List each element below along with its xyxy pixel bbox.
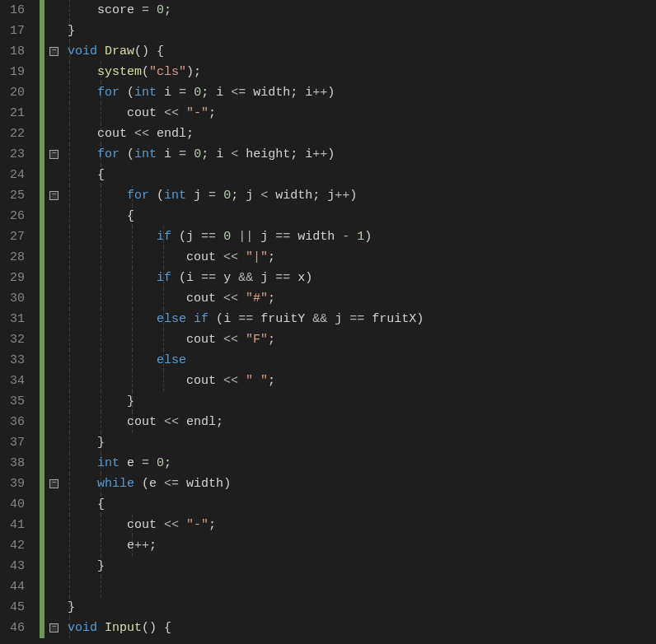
code-text: { bbox=[68, 209, 134, 223]
line-number: 27 bbox=[0, 226, 25, 247]
code-text: void Input() { bbox=[68, 621, 171, 635]
code-line[interactable]: cout << "#"; bbox=[68, 288, 656, 309]
fold-toggle-icon[interactable]: − bbox=[49, 623, 59, 632]
code-line[interactable]: if (j == 0 || j == width - 1) bbox=[68, 226, 656, 247]
line-number: 21 bbox=[0, 103, 25, 124]
code-line[interactable]: } bbox=[68, 597, 656, 618]
line-number: 41 bbox=[0, 515, 25, 535]
code-editor: 1617181920212223242526272829303132333435… bbox=[0, 0, 656, 644]
line-number: 19 bbox=[0, 62, 25, 82]
code-text: cout << "-"; bbox=[68, 518, 216, 532]
code-line[interactable]: cout << " "; bbox=[68, 371, 656, 391]
code-text: for (int j = 0; j < width; j++) bbox=[68, 189, 357, 203]
code-line[interactable]: } bbox=[68, 556, 656, 576]
line-number: 39 bbox=[0, 474, 25, 494]
code-text: void Draw() { bbox=[68, 44, 164, 58]
code-text: system("cls"); bbox=[68, 65, 201, 79]
code-text: { bbox=[68, 168, 105, 182]
code-text: while (e <= width) bbox=[68, 477, 231, 491]
code-line[interactable]: } bbox=[68, 432, 656, 453]
code-text: cout << " "; bbox=[68, 374, 275, 388]
line-number: 28 bbox=[0, 247, 25, 268]
code-area[interactable]: score = 0;}void Draw() { system("cls"); … bbox=[66, 0, 656, 644]
code-text: cout << "-"; bbox=[68, 106, 216, 120]
code-line[interactable]: e++; bbox=[68, 535, 656, 556]
code-line[interactable]: } bbox=[68, 391, 656, 412]
code-line[interactable]: cout << endl; bbox=[68, 412, 656, 432]
line-number: 36 bbox=[0, 412, 25, 432]
code-line[interactable]: { bbox=[68, 206, 656, 226]
line-number: 17 bbox=[0, 21, 25, 41]
code-line[interactable] bbox=[68, 576, 656, 597]
code-text: cout << "|"; bbox=[68, 250, 275, 264]
line-number: 32 bbox=[0, 329, 25, 350]
line-number: 18 bbox=[0, 41, 25, 62]
fold-toggle-icon[interactable]: − bbox=[49, 479, 59, 488]
line-number: 24 bbox=[0, 165, 25, 185]
code-text: cout << endl; bbox=[68, 127, 194, 141]
code-text: else bbox=[68, 353, 186, 367]
line-number: 23 bbox=[0, 144, 25, 165]
line-number: 34 bbox=[0, 371, 25, 391]
code-line[interactable]: else bbox=[68, 350, 656, 371]
code-text: if (j == 0 || j == width - 1) bbox=[68, 230, 372, 244]
code-line[interactable]: system("cls"); bbox=[68, 62, 656, 82]
line-number: 16 bbox=[0, 0, 25, 21]
code-text: } bbox=[68, 394, 134, 408]
code-line[interactable]: if (i == y && j == x) bbox=[68, 268, 656, 288]
line-number: 46 bbox=[0, 618, 25, 638]
code-line[interactable]: cout << "|"; bbox=[68, 247, 656, 268]
code-text: { bbox=[68, 497, 105, 511]
line-number: 22 bbox=[0, 124, 25, 144]
code-line[interactable]: cout << "-"; bbox=[68, 515, 656, 535]
code-line[interactable]: void Draw() { bbox=[68, 41, 656, 62]
code-text: score = 0; bbox=[68, 3, 171, 17]
code-text: if (i == y && j == x) bbox=[68, 271, 312, 285]
code-text: cout << "#"; bbox=[68, 292, 275, 306]
code-line[interactable]: while (e <= width) bbox=[68, 474, 656, 494]
code-line[interactable]: void Input() { bbox=[68, 618, 656, 638]
line-number-gutter: 1617181920212223242526272829303132333435… bbox=[0, 0, 40, 644]
code-text: } bbox=[68, 436, 105, 450]
code-text: for (int i = 0; i < height; i++) bbox=[68, 147, 335, 161]
code-line[interactable]: { bbox=[68, 165, 656, 185]
code-line[interactable]: cout << "F"; bbox=[68, 329, 656, 350]
line-number: 42 bbox=[0, 535, 25, 556]
line-number: 25 bbox=[0, 185, 25, 206]
code-line[interactable]: for (int i = 0; i <= width; i++) bbox=[68, 82, 656, 103]
code-text: for (int i = 0; i <= width; i++) bbox=[68, 86, 335, 100]
vertical-scrollbar[interactable] bbox=[644, 0, 656, 644]
code-line[interactable]: score = 0; bbox=[68, 0, 656, 21]
code-line[interactable]: for (int i = 0; i < height; i++) bbox=[68, 144, 656, 165]
code-line[interactable]: for (int j = 0; j < width; j++) bbox=[68, 185, 656, 206]
line-number: 37 bbox=[0, 432, 25, 453]
code-line[interactable]: { bbox=[68, 494, 656, 515]
line-number: 38 bbox=[0, 453, 25, 474]
indent-guide bbox=[101, 576, 101, 597]
code-line[interactable]: else if (i == fruitY && j == fruitX) bbox=[68, 309, 656, 329]
indent-guide bbox=[69, 576, 70, 597]
line-number: 40 bbox=[0, 494, 25, 515]
code-text: int e = 0; bbox=[68, 456, 171, 470]
line-number: 43 bbox=[0, 556, 25, 576]
line-number: 31 bbox=[0, 309, 25, 329]
line-number: 20 bbox=[0, 82, 25, 103]
line-number: 26 bbox=[0, 206, 25, 226]
change-marker bbox=[40, 0, 45, 638]
code-line[interactable]: cout << endl; bbox=[68, 124, 656, 144]
fold-toggle-icon[interactable]: − bbox=[49, 191, 59, 200]
code-line[interactable]: cout << "-"; bbox=[68, 103, 656, 124]
line-number: 29 bbox=[0, 268, 25, 288]
code-text: else if (i == fruitY && j == fruitX) bbox=[68, 312, 424, 326]
fold-toggle-icon[interactable]: − bbox=[49, 150, 59, 159]
marker-column: −−−−− bbox=[40, 0, 66, 644]
code-line[interactable]: } bbox=[68, 21, 656, 41]
code-text: e++; bbox=[68, 539, 157, 553]
line-number: 44 bbox=[0, 576, 25, 597]
code-text: } bbox=[68, 600, 75, 614]
fold-toggle-icon[interactable]: − bbox=[49, 47, 59, 56]
code-text: cout << "F"; bbox=[68, 333, 275, 347]
code-text: } bbox=[68, 24, 75, 38]
line-number: 33 bbox=[0, 350, 25, 371]
code-line[interactable]: int e = 0; bbox=[68, 453, 656, 474]
